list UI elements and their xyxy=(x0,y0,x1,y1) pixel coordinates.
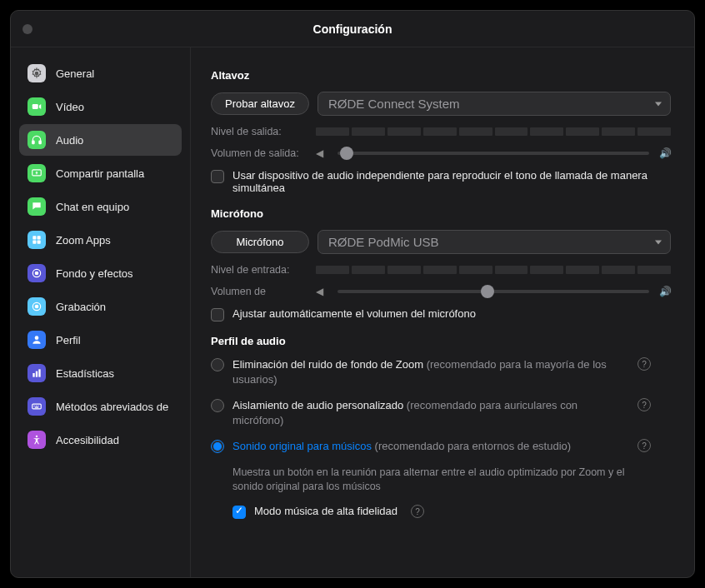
help-icon[interactable]: ? xyxy=(411,505,424,518)
sidebar-item-label: Perfil xyxy=(56,334,81,346)
svg-rect-1 xyxy=(32,104,38,109)
keyboard-icon xyxy=(28,397,46,416)
volume-low-icon: ◀ xyxy=(316,147,328,159)
share-screen-icon xyxy=(28,164,46,182)
profile-icon xyxy=(28,331,46,349)
sidebar-item-general[interactable]: General xyxy=(19,57,182,89)
sidebar-item-accessibility[interactable]: Accesibilidad xyxy=(19,424,182,456)
profile-original-sound-desc: Muestra un botón en la reunión para alte… xyxy=(232,466,671,494)
svg-rect-15 xyxy=(36,371,38,377)
profile-audio-isolation-radio[interactable] xyxy=(211,399,224,412)
audio-profile-heading: Perfil de audio xyxy=(211,335,671,347)
sidebar-item-profile[interactable]: Perfil xyxy=(19,324,182,356)
sidebar-item-background[interactable]: Fondo y efectos xyxy=(19,257,182,289)
help-icon[interactable]: ? xyxy=(638,398,651,411)
sidebar-item-label: Fondo y efectos xyxy=(56,267,133,280)
svg-rect-2 xyxy=(32,141,34,144)
main-panel: Altavoz Probar altavoz RØDE Connect Syst… xyxy=(191,47,694,577)
svg-point-0 xyxy=(35,72,39,76)
svg-rect-16 xyxy=(38,369,40,376)
stats-icon xyxy=(28,364,46,382)
ringtone-device-label: Usar dispositivo de audio independiente … xyxy=(232,169,671,194)
hifi-mode-label: Modo música de alta fidelidad xyxy=(254,505,398,517)
sidebar-item-share-screen[interactable]: Compartir pantalla xyxy=(19,157,182,189)
test-speaker-button[interactable]: Probar altavoz xyxy=(211,92,309,115)
sidebar-item-label: Vídeo xyxy=(56,101,84,113)
output-volume-label: Volumen de salida: xyxy=(211,147,304,159)
sidebar-item-label: Audio xyxy=(56,134,83,147)
volume-high-icon: 🔊 xyxy=(659,286,671,297)
svg-point-18 xyxy=(36,436,38,437)
sidebar-item-team-chat[interactable]: Chat en equipo xyxy=(19,191,182,222)
video-icon xyxy=(28,97,46,116)
profile-noise-suppression-radio[interactable] xyxy=(211,358,224,371)
svg-point-10 xyxy=(35,272,38,275)
help-icon[interactable]: ? xyxy=(638,357,651,371)
svg-rect-17 xyxy=(32,404,42,409)
profile-audio-isolation-label: Aislamiento de audio personalizado (reco… xyxy=(232,398,629,427)
test-mic-button[interactable]: Micrófono xyxy=(211,231,309,253)
sidebar-item-recording[interactable]: Grabación xyxy=(19,291,182,322)
sidebar-item-video[interactable]: Vídeo xyxy=(19,91,182,122)
apps-icon xyxy=(28,231,46,249)
auto-adjust-mic-checkbox[interactable] xyxy=(211,308,224,321)
sidebar-item-label: Accesibilidad xyxy=(56,434,119,446)
svg-rect-3 xyxy=(39,141,41,144)
sidebar-item-audio[interactable]: Audio xyxy=(19,124,182,156)
speaker-heading: Altavoz xyxy=(211,69,671,82)
sidebar-item-label: Estadísticas xyxy=(56,367,114,380)
chat-icon xyxy=(28,197,46,216)
speaker-device-select[interactable]: RØDE Connect System xyxy=(318,92,671,116)
record-icon xyxy=(28,297,46,316)
profile-original-sound-label: Sonido original para músicos (recomendad… xyxy=(232,439,629,454)
svg-rect-5 xyxy=(32,236,36,239)
svg-rect-6 xyxy=(38,236,41,239)
input-volume-label: Volumen de xyxy=(211,286,304,297)
sidebar-item-label: General xyxy=(56,67,94,80)
volume-high-icon: 🔊 xyxy=(659,147,671,159)
settings-window: Configuración General Vídeo Audio Compar… xyxy=(10,10,695,578)
sidebar-item-statistics[interactable]: Estadísticas xyxy=(19,357,182,389)
sidebar-item-label: Grabación xyxy=(56,301,106,313)
input-volume-slider[interactable] xyxy=(338,290,649,293)
mic-device-select[interactable]: RØDE PodMic USB xyxy=(318,230,671,254)
hifi-mode-checkbox[interactable] xyxy=(232,506,246,519)
window-controls xyxy=(22,24,32,34)
svg-point-13 xyxy=(35,336,39,340)
input-level-label: Nivel de entrada: xyxy=(211,264,304,276)
sidebar-item-label: Métodos abreviados de xyxy=(56,401,168,413)
svg-point-12 xyxy=(35,305,39,309)
titlebar: Configuración xyxy=(11,11,694,47)
sidebar-item-shortcuts[interactable]: Métodos abreviados de xyxy=(19,391,182,422)
auto-adjust-mic-label: Ajustar automáticamente el volumen del m… xyxy=(232,307,476,320)
input-level-meter xyxy=(316,266,671,274)
volume-low-icon: ◀ xyxy=(316,286,328,297)
svg-rect-14 xyxy=(32,373,34,377)
mic-heading: Micrófono xyxy=(211,207,671,220)
output-volume-slider[interactable] xyxy=(338,152,649,155)
window-title: Configuración xyxy=(11,22,694,36)
sidebar: General Vídeo Audio Compartir pantalla C… xyxy=(11,47,191,577)
output-level-meter xyxy=(316,127,671,136)
sidebar-item-zoom-apps[interactable]: Zoom Apps xyxy=(19,224,182,256)
background-icon xyxy=(28,264,46,282)
help-icon[interactable]: ? xyxy=(638,439,651,452)
ringtone-device-checkbox[interactable] xyxy=(211,170,224,183)
sidebar-item-label: Zoom Apps xyxy=(56,234,111,247)
sidebar-item-label: Chat en equipo xyxy=(56,201,129,213)
close-window-icon[interactable] xyxy=(22,24,32,34)
svg-rect-7 xyxy=(32,241,36,244)
gear-icon xyxy=(28,64,46,82)
svg-rect-8 xyxy=(38,241,41,244)
sidebar-item-label: Compartir pantalla xyxy=(56,167,144,180)
accessibility-icon xyxy=(28,431,46,449)
profile-noise-suppression-label: Eliminación del ruido de fondo de Zoom (… xyxy=(232,357,629,386)
headphones-icon xyxy=(28,131,46,149)
profile-original-sound-radio[interactable] xyxy=(211,440,224,453)
output-level-label: Nivel de salida: xyxy=(211,126,304,137)
